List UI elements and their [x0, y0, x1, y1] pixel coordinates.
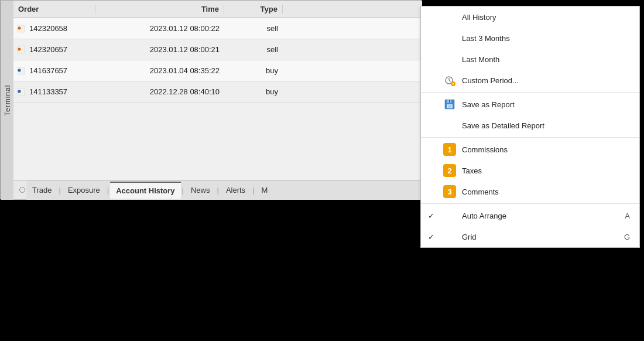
tab-separator-1: | [57, 186, 61, 195]
cell-order-4: 141133357 [13, 87, 95, 97]
menu-divider-3 [421, 203, 639, 204]
svg-line-10 [449, 80, 451, 81]
buy-icon-1 [17, 66, 26, 76]
tab-separator-5: | [251, 186, 255, 195]
tab-more[interactable]: M [256, 182, 274, 198]
tab-exposure[interactable]: Exposure [62, 182, 106, 198]
floppy-disk-icon [443, 98, 456, 111]
menu-label-auto-arrange: Auto Arrange [462, 212, 619, 220]
table-body: 142320658 2023.01.12 08:00:22 sell 14232… [13, 18, 422, 180]
menu-item-all-history[interactable]: All History [421, 6, 639, 28]
cell-type-4: buy [224, 87, 283, 96]
svg-point-1 [18, 26, 21, 29]
menu-icon-all-history [443, 11, 456, 23]
menu-icon-auto-arrange [443, 209, 456, 222]
terminal-panel: Terminal × Order Time Type 142320658 202… [0, 0, 422, 199]
menu-label-taxes: Taxes [462, 166, 630, 175]
cell-order-3: 141637657 [13, 66, 95, 76]
tab-bar: Trade | Exposure | Account History | New… [26, 180, 435, 200]
tab-separator-2: | [106, 186, 110, 195]
menu-label-save-as-report: Save as Report [462, 100, 630, 109]
svg-point-5 [18, 69, 21, 71]
menu-label-last-month: Last Month [462, 55, 630, 64]
cell-order-2: 142320657 [13, 45, 95, 54]
menu-divider-2 [421, 137, 639, 138]
col-header-time: Time [95, 5, 224, 13]
buy-icon-2 [17, 87, 26, 97]
cell-type-3: buy [224, 66, 283, 75]
menu-icon-grid [443, 230, 456, 243]
menu-item-last-3-months[interactable]: Last 3 Months [421, 28, 639, 49]
clock-gear-icon [443, 74, 456, 87]
menu-label-all-history: All History [462, 13, 630, 22]
svg-point-3 [18, 47, 21, 50]
tab-separator-3: | [181, 186, 185, 195]
cell-time-4: 2022.12.28 08:40:10 [95, 87, 224, 96]
menu-icon-save-detailed [443, 119, 456, 132]
menu-label-save-as-detailed-report: Save as Detailed Report [462, 121, 630, 130]
menu-item-save-as-detailed-report[interactable]: Save as Detailed Report [421, 115, 639, 136]
menu-check-auto-arrange: ✓ [428, 212, 437, 220]
summary-circle-icon [19, 187, 25, 193]
table-header: Order Time Type [13, 1, 422, 18]
svg-rect-16 [449, 100, 450, 103]
menu-item-save-as-report[interactable]: Save as Report [421, 94, 639, 115]
menu-label-last-3-months: Last 3 Months [462, 34, 630, 43]
menu-icon-last-month [443, 53, 456, 66]
menu-label-commissions: Commissions [462, 145, 630, 154]
cell-type-1: sell [224, 24, 283, 33]
tab-separator-4: | [216, 186, 220, 195]
menu-item-last-month[interactable]: Last Month [421, 49, 639, 70]
menu-icon-last-3-months [443, 32, 456, 45]
menu-shortcut-grid: G [624, 233, 630, 241]
menu-divider-1 [421, 92, 639, 93]
col-header-type: Type [224, 5, 283, 13]
table-area: Order Time Type 142320658 2023.01.12 08:… [13, 1, 422, 200]
menu-item-comments[interactable]: 3 Comments [421, 181, 639, 202]
menu-label-comments: Comments [462, 187, 630, 196]
col-header-order: Order [13, 5, 95, 13]
table-row[interactable]: 142320657 2023.01.12 08:00:21 sell [13, 39, 422, 60]
context-menu: All History Last 3 Months Last Month Cus… [420, 6, 640, 248]
menu-item-grid[interactable]: ✓ Grid G [421, 226, 639, 247]
tab-news[interactable]: News [185, 182, 216, 198]
tab-account-history[interactable]: Account History [110, 182, 180, 199]
menu-item-taxes[interactable]: 2 Taxes [421, 160, 639, 181]
sell-icon-2 [17, 45, 26, 54]
table-row[interactable]: 141133357 2022.12.28 08:40:10 buy [13, 81, 422, 103]
menu-item-custom-period[interactable]: Custom Period... [421, 70, 639, 91]
badge-taxes: 2 [443, 164, 456, 177]
menu-label-grid: Grid [462, 233, 618, 241]
menu-shortcut-auto-arrange: A [625, 212, 630, 220]
table-row[interactable]: 142320658 2023.01.12 08:00:22 sell [13, 18, 422, 39]
tab-alerts[interactable]: Alerts [220, 182, 251, 198]
svg-point-7 [18, 90, 21, 93]
menu-label-custom-period: Custom Period... [462, 76, 630, 85]
tab-trade[interactable]: Trade [26, 182, 57, 198]
cell-type-2: sell [224, 45, 283, 54]
badge-commissions: 1 [443, 143, 456, 156]
menu-check-grid: ✓ [428, 233, 437, 241]
cell-time-3: 2023.01.04 08:35:22 [95, 66, 224, 75]
terminal-side-label: Terminal [1, 1, 13, 200]
menu-item-commissions[interactable]: 1 Commissions [421, 139, 639, 160]
table-row[interactable]: 141637657 2023.01.04 08:35:22 buy [13, 60, 422, 81]
badge-comments: 3 [443, 185, 456, 198]
svg-rect-15 [448, 105, 451, 108]
cell-order-1: 142320658 [13, 24, 95, 33]
menu-item-auto-arrange[interactable]: ✓ Auto Arrange A [421, 205, 639, 226]
cell-time-2: 2023.01.12 08:00:21 [95, 45, 224, 54]
cell-time-1: 2023.01.12 08:00:22 [95, 24, 224, 33]
sell-icon-1 [17, 24, 26, 33]
